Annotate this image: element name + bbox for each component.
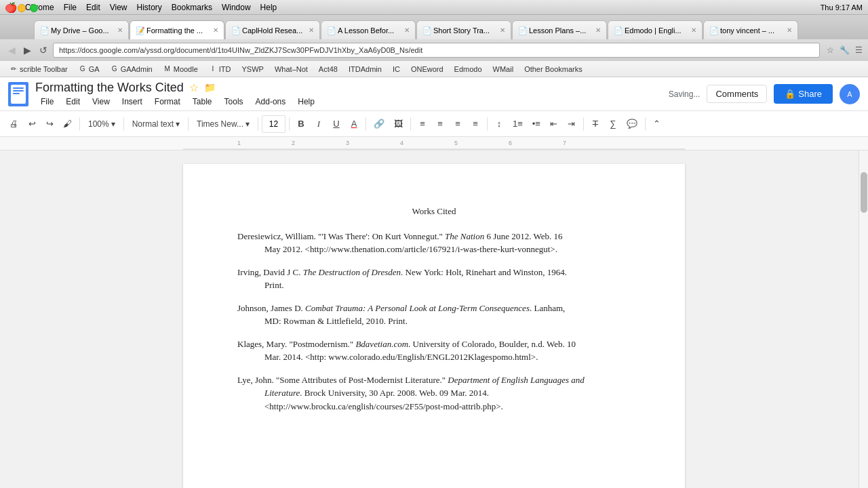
align-left-button[interactable]: ≡ (414, 115, 431, 133)
tab-mydrive[interactable]: 📄 My Drive – Goo... ✕ (34, 20, 129, 39)
tab-caphold[interactable]: 📄 CaplHold Resea... ✕ (225, 20, 320, 39)
tab-formatting[interactable]: 📝 Formatting the ... ✕ (130, 20, 224, 39)
menu-edit[interactable]: Edit (60, 96, 85, 108)
scrollbar[interactable] (859, 150, 868, 488)
star-icon[interactable]: ☆ (189, 81, 199, 94)
bold-button[interactable]: B (293, 115, 309, 133)
paint-format-button[interactable]: 🖌 (59, 115, 76, 133)
font-value: Times New... (197, 119, 243, 129)
image-button[interactable]: 🖼 (390, 115, 407, 133)
forward-button[interactable]: ▶ (21, 43, 34, 57)
back-button[interactable]: ◀ (5, 43, 18, 57)
bookmark-oneword[interactable]: ONEword (407, 64, 448, 75)
close-window-btn[interactable] (5, 4, 14, 12)
zoom-select[interactable]: 100% ▾ (83, 115, 120, 133)
numbered-list-button[interactable]: 1≡ (509, 115, 527, 133)
share-button[interactable]: 🔒 Share (774, 84, 833, 104)
line-spacing-button[interactable]: ↕ (491, 115, 507, 133)
tab-lesson[interactable]: 📄 A Lesson Befor... ✕ (321, 20, 416, 39)
link-button[interactable]: 🔗 (370, 115, 389, 133)
menu-icon[interactable]: ☰ (855, 45, 863, 55)
bookmark-ga[interactable]: G GA (75, 64, 104, 75)
menu-addons[interactable]: Add-ons (250, 96, 292, 108)
doc-paper[interactable]: Works Cited Deresiewicz, William. "'I Wa… (183, 164, 685, 488)
bookmark-gaadmin[interactable]: G GAAdmin (106, 64, 157, 75)
undo-button[interactable]: ↩ (24, 115, 40, 133)
svg-text:3: 3 (346, 140, 349, 146)
formula-button[interactable]: ∑ (605, 115, 621, 133)
document-area[interactable]: Works Cited Deresiewicz, William. "'I Wa… (0, 150, 868, 488)
menu-format[interactable]: Format (149, 96, 186, 108)
tab-close-formatting[interactable]: ✕ (213, 26, 218, 34)
tab-close-lessonplans[interactable]: ✕ (595, 26, 601, 34)
ruler: 1 2 3 4 5 6 7 (0, 137, 868, 150)
text-color-button[interactable]: A (346, 115, 362, 133)
maximize-window-btn[interactable] (30, 4, 38, 12)
tab-edmodo[interactable]: 📄 Edmodo | Engli... ✕ (608, 20, 703, 39)
bookmark-wmail[interactable]: WMail (489, 64, 518, 75)
font-select[interactable]: Times New... ▾ (192, 115, 254, 133)
bookmark-itdadmin[interactable]: ITDAdmin (344, 64, 386, 75)
menu-help[interactable]: Help (292, 96, 320, 108)
comments-button[interactable]: Comments (707, 85, 767, 103)
tab-close-shortstory[interactable]: ✕ (500, 26, 505, 34)
tab-lessonplans[interactable]: 📄 Lesson Plans –... ✕ (512, 20, 607, 39)
extensions-icon[interactable]: 🔧 (840, 45, 850, 55)
user-avatar[interactable]: A (840, 84, 860, 104)
menu-file[interactable]: File (64, 3, 77, 12)
reload-button[interactable]: ↺ (37, 43, 50, 57)
bookmark-whatnot[interactable]: What–Not (271, 64, 312, 75)
align-right-button[interactable]: ≡ (450, 115, 466, 133)
print-button[interactable]: 🖨 (5, 115, 22, 133)
clear-format-button[interactable]: T̶ (587, 115, 604, 133)
italic-button[interactable]: I (311, 115, 327, 133)
bookmark-star-icon[interactable]: ☆ (827, 45, 834, 55)
menu-bookmarks[interactable]: Bookmarks (172, 3, 212, 12)
doc-title[interactable]: Formatting the Works Cited (35, 81, 184, 95)
bookmark-label-itd: ITD (219, 65, 231, 73)
menu-view[interactable]: View (110, 3, 127, 12)
bookmark-other[interactable]: Other Bookmarks (520, 64, 587, 75)
bookmark-yswp[interactable]: YSWP (238, 64, 268, 75)
align-center-button[interactable]: ≡ (432, 115, 448, 133)
tab-close-tony[interactable]: ✕ (787, 26, 792, 34)
docs-menu-row: File Edit View Insert Format Table Tools… (35, 96, 662, 108)
collapse-toolbar-button[interactable]: ⌃ (649, 115, 665, 133)
folder-icon[interactable]: 📁 (204, 82, 216, 93)
menu-view[interactable]: View (87, 96, 115, 108)
increase-indent-button[interactable]: ⇥ (564, 115, 580, 133)
menu-window[interactable]: Window (222, 3, 251, 12)
redo-button[interactable]: ↪ (41, 115, 58, 133)
tab-close-mydrive[interactable]: ✕ (117, 26, 123, 34)
menu-table[interactable]: Table (187, 96, 218, 108)
style-select[interactable]: Normal text ▾ (127, 115, 184, 133)
menu-help[interactable]: Help (260, 3, 277, 12)
tab-close-lesson[interactable]: ✕ (404, 26, 410, 34)
align-justify-button[interactable]: ≡ (467, 115, 484, 133)
comment-button[interactable]: 💬 (623, 115, 642, 133)
font-size-display[interactable]: 12 (262, 115, 285, 133)
tab-close-edmodo[interactable]: ✕ (691, 26, 696, 34)
tab-shortstory[interactable]: 📄 Short Story Tra... ✕ (416, 20, 511, 39)
address-bar[interactable]: https://docs.google.com/a/yssd.org/docum… (53, 43, 820, 58)
bookmark-moodle[interactable]: M Moodle (159, 64, 202, 75)
bookmark-act48[interactable]: Act48 (315, 64, 342, 75)
scrollbar-thumb[interactable] (861, 172, 867, 213)
menu-edit[interactable]: Edit (86, 3, 100, 12)
bookmark-itd[interactable]: I ITD (205, 64, 235, 75)
menu-file[interactable]: File (35, 96, 59, 108)
bookmark-scrible[interactable]: ✏ scrible Toolbar (5, 64, 72, 75)
underline-button[interactable]: U (328, 115, 344, 133)
window-controls[interactable] (5, 4, 38, 12)
bookmark-ic[interactable]: IC (389, 64, 404, 75)
minimize-window-btn[interactable] (18, 4, 26, 12)
tab-close-caphold[interactable]: ✕ (309, 26, 314, 34)
tab-tony[interactable]: 📄 tony vincent – ... ✕ (703, 20, 798, 39)
tab-label-tony: tony vincent – ... (720, 26, 784, 35)
bullet-list-button[interactable]: •≡ (528, 115, 545, 133)
menu-insert[interactable]: Insert (117, 96, 148, 108)
decrease-indent-button[interactable]: ⇤ (546, 115, 562, 133)
bookmark-edmodo[interactable]: Edmodo (450, 64, 486, 75)
menu-tools[interactable]: Tools (219, 96, 249, 108)
menu-history[interactable]: History (137, 3, 162, 12)
